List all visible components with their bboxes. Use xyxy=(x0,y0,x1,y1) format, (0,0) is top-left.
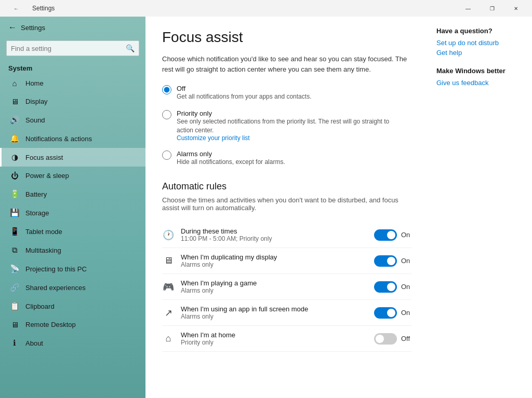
focus-icon: ◑ xyxy=(10,153,19,162)
app-body: ← Settings 🔍 System ⌂ Home 🖥 Display 🔊 S… xyxy=(0,17,532,398)
toggle-home[interactable] xyxy=(374,333,397,345)
rule-text-gaming: When I'm playing a game Alarms only xyxy=(181,279,368,294)
radio-label-alarms: Alarms only xyxy=(177,150,285,158)
sidebar-search: 🔍 xyxy=(6,40,139,56)
radio-content-off: Off Get all notifications from your apps… xyxy=(177,85,311,101)
sidebar-item-battery[interactable]: 🔋 Battery xyxy=(0,185,145,203)
maximize-button[interactable]: ❐ xyxy=(480,0,504,17)
radio-group: Off Get all notifications from your apps… xyxy=(162,85,411,167)
sidebar-item-sound[interactable]: 🔊 Sound xyxy=(0,111,145,129)
titlebar-controls: — ❐ ✕ xyxy=(456,0,528,17)
radio-off[interactable] xyxy=(162,85,171,94)
rule-title-gaming: When I'm playing a game xyxy=(181,279,368,287)
help-sidebar: Have a question? Set up do not disturbGe… xyxy=(428,17,532,398)
sidebar-item-focus[interactable]: ◑ Focus assist xyxy=(0,148,145,167)
rule-item-duplicating: 🖥 When I'm duplicating my display Alarms… xyxy=(162,248,411,274)
sidebar-item-projecting[interactable]: 📡 Projecting to this PC xyxy=(0,259,145,278)
toggle-gaming[interactable] xyxy=(374,281,397,293)
search-input[interactable] xyxy=(7,42,122,56)
search-icon: 🔍 xyxy=(122,41,139,56)
automatic-rules-title: Automatic rules xyxy=(162,181,411,192)
help-link-1[interactable]: Get help xyxy=(436,49,524,57)
automatic-rules-desc: Choose the times and activities when you… xyxy=(162,196,411,212)
sidebar-item-multitasking[interactable]: ⧉ Multitasking xyxy=(0,241,145,259)
back-arrow-icon: ← xyxy=(8,23,17,32)
sidebar-item-storage[interactable]: 💾 Storage xyxy=(0,203,145,222)
page-title: Focus assist xyxy=(162,29,411,46)
toggle-fullscreen[interactable] xyxy=(374,307,397,319)
page-description: Choose which notification you'd like to … xyxy=(162,54,411,74)
titlebar-left: ← Settings xyxy=(4,0,55,17)
shared-icon: 🔗 xyxy=(10,283,19,292)
radio-content-priority: Priority only See only selected notifica… xyxy=(177,109,395,142)
sidebar-item-home[interactable]: ⌂ Home xyxy=(0,74,145,92)
nav-label-sound: Sound xyxy=(25,116,45,124)
radio-alarms[interactable] xyxy=(162,150,171,160)
nav-label-tablet: Tablet mode xyxy=(25,228,62,236)
rule-item-gaming: 🎮 When I'm playing a game Alarms only On xyxy=(162,274,411,300)
sound-icon: 🔊 xyxy=(10,115,19,125)
automatic-rules-section: Automatic rules Choose the times and act… xyxy=(162,181,411,352)
close-button[interactable]: ✕ xyxy=(504,0,528,17)
sidebar-item-clipboard[interactable]: 📋 Clipboard xyxy=(0,297,145,315)
help-links: Set up do not disturbGet help xyxy=(436,39,524,57)
notifications-icon: 🔔 xyxy=(10,134,19,143)
sidebar-item-shared[interactable]: 🔗 Shared experiences xyxy=(0,278,145,297)
nav-label-shared: Shared experiences xyxy=(25,284,86,292)
nav-label-remote: Remote Desktop xyxy=(25,321,76,328)
sidebar-item-remote[interactable]: 🖥 Remote Desktop xyxy=(0,315,145,334)
rules-container: 🕐 During these times 11:00 PM - 5:00 AM;… xyxy=(162,222,411,352)
rule-title-fullscreen: When I'm using an app in full screen mod… xyxy=(181,305,368,313)
nav-label-clipboard: Clipboard xyxy=(25,303,55,310)
sidebar-item-about[interactable]: ℹ About xyxy=(0,334,145,352)
sidebar-item-power[interactable]: ⏻ Power & sleep xyxy=(0,167,145,185)
titlebar: ← Settings — ❐ ✕ xyxy=(0,0,532,17)
sidebar-back-label: Settings xyxy=(21,24,45,32)
system-section-label: System xyxy=(0,60,145,74)
rule-item-during-times: 🕐 During these times 11:00 PM - 5:00 AM;… xyxy=(162,222,411,248)
rule-subtitle-fullscreen: Alarms only xyxy=(181,313,368,320)
toggle-label-fullscreen: On xyxy=(401,309,411,317)
toggle-container-gaming: On xyxy=(374,281,411,293)
home-icon: ⌂ xyxy=(10,79,19,88)
radio-item-priority: Priority only See only selected notifica… xyxy=(162,109,411,142)
rule-icon-home: ⌂ xyxy=(162,333,175,344)
nav-label-battery: Battery xyxy=(25,190,47,198)
help-link-0[interactable]: Set up do not disturb xyxy=(436,39,524,47)
radio-link-priority[interactable]: Customize your priority list xyxy=(177,134,395,142)
sidebar: ← Settings 🔍 System ⌂ Home 🖥 Display 🔊 S… xyxy=(0,17,145,398)
projecting-icon: 📡 xyxy=(10,264,19,273)
nav-label-multitasking: Multitasking xyxy=(25,246,61,254)
sidebar-back-button[interactable]: ← Settings xyxy=(0,17,145,38)
rule-text-fullscreen: When I'm using an app in full screen mod… xyxy=(181,305,368,320)
have-question-label: Have a question? xyxy=(436,27,524,35)
radio-priority[interactable] xyxy=(162,110,171,119)
multitasking-icon: ⧉ xyxy=(10,245,19,255)
feedback-link[interactable]: Give us feedback xyxy=(436,79,524,87)
toggle-label-home: Off xyxy=(401,335,411,342)
toggle-duplicating[interactable] xyxy=(374,255,397,267)
sidebar-item-notifications[interactable]: 🔔 Notifications & actions xyxy=(0,129,145,148)
nav-label-display: Display xyxy=(25,98,48,105)
nav-label-about: About xyxy=(25,339,43,347)
toggle-container-home: Off xyxy=(374,333,411,345)
toggle-label-gaming: On xyxy=(401,283,411,291)
rule-item-fullscreen: ↗ When I'm using an app in full screen m… xyxy=(162,300,411,326)
toggle-during-times[interactable] xyxy=(374,229,397,241)
rule-subtitle-gaming: Alarms only xyxy=(181,287,368,294)
toggle-label-during-times: On xyxy=(401,231,411,239)
sidebar-item-tablet[interactable]: 📱 Tablet mode xyxy=(0,222,145,241)
rule-icon-during-times: 🕐 xyxy=(162,229,175,241)
minimize-button[interactable]: — xyxy=(456,0,480,17)
rule-text-duplicating: When I'm duplicating my display Alarms o… xyxy=(181,253,368,268)
radio-sublabel-alarms: Hide all notifications, except for alarm… xyxy=(177,158,285,167)
back-button[interactable]: ← xyxy=(4,0,28,17)
main-content: Focus assist Choose which notification y… xyxy=(145,17,428,398)
rule-title-home: When I'm at home xyxy=(181,331,368,339)
sidebar-item-display[interactable]: 🖥 Display xyxy=(0,92,145,111)
clipboard-icon: 📋 xyxy=(10,301,19,311)
make-better-label: Make Windows better xyxy=(436,67,524,75)
toggle-container-duplicating: On xyxy=(374,255,411,267)
nav-label-focus: Focus assist xyxy=(25,154,63,161)
about-icon: ℹ xyxy=(10,338,19,348)
